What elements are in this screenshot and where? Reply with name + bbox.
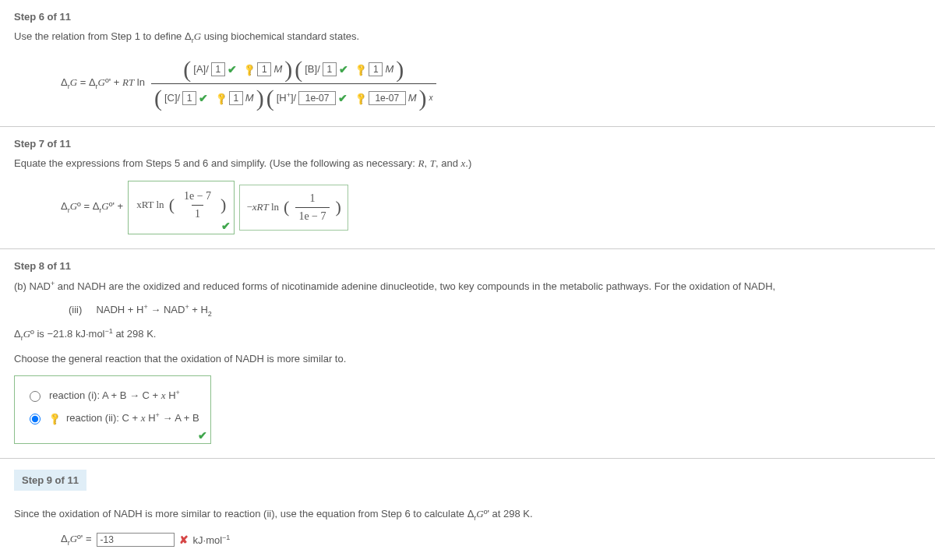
step6-fraction: ( [A]/ 1 ✔ 🔑 1 M ) ( [B]/ 1 ✔ 🔑 1 M ) xyxy=(151,55,436,112)
step-6: Step 6 of 11 Use the relation from Step … xyxy=(0,0,935,126)
label-C: [C]/ xyxy=(164,92,180,104)
radio-input-1[interactable] xyxy=(30,391,41,402)
step-9-equation: ΔrGº' = -13 ✘ kJ·mol−1 xyxy=(61,533,921,547)
step-6-instruction: Use the relation from Step 1 to define Δ… xyxy=(14,30,921,44)
radio-option-1[interactable]: reaction (i): A + B → C + x H+ xyxy=(26,384,199,407)
step-8-header: Step 8 of 11 xyxy=(14,260,921,272)
step7-lhs: ΔrGº = ΔrGº' + xyxy=(61,200,123,214)
check-icon: ✔ xyxy=(228,63,237,76)
ans2-den: 1e − 7 xyxy=(295,207,329,225)
radio-label-2: reaction (ii): C + x H+ → A + B xyxy=(66,411,199,424)
key-icon: 🔑 xyxy=(353,90,369,106)
cross-icon: ✘ xyxy=(179,534,189,546)
check-icon: ✔ xyxy=(199,92,208,104)
check-icon: ✔ xyxy=(198,429,207,442)
input-A-key[interactable]: 1 xyxy=(257,62,271,76)
step-6-header: Step 6 of 11 xyxy=(14,11,921,23)
label-B: [B]/ xyxy=(305,63,320,75)
step7-answer-1[interactable]: xRT ln ( 1e − 7 1 ) ✔ xyxy=(128,181,235,234)
step8-radio-group: reaction (i): A + B → C + x H+ 🔑 reactio… xyxy=(14,375,211,445)
input-C-val[interactable]: 1 xyxy=(182,91,196,105)
step-8: Step 8 of 11 (b) NAD+ and NADH are the o… xyxy=(0,249,935,459)
unit-A: M xyxy=(273,63,282,75)
check-icon: ✔ xyxy=(338,92,348,104)
key-icon: 🔑 xyxy=(213,90,229,106)
step-7-instruction: Equate the expressions from Steps 5 and … xyxy=(14,157,921,170)
step-8-choose: Choose the general reaction that the oxi… xyxy=(14,353,921,365)
check-icon: ✔ xyxy=(221,220,231,232)
unit-H: M xyxy=(408,92,417,104)
step-7-header: Step 7 of 11 xyxy=(14,138,921,150)
step9-unit: kJ·mol−1 xyxy=(193,534,231,546)
key-icon: 🔑 xyxy=(47,410,62,426)
radio-label-1: reaction (i): A + B → C + x H+ xyxy=(49,389,180,402)
radio-option-2[interactable]: 🔑 reaction (ii): C + x H+ → A + B xyxy=(26,407,199,429)
input-A-val[interactable]: 1 xyxy=(211,62,225,76)
step-9-instruction: Since the oxidation of NADH is more simi… xyxy=(14,508,921,522)
key-icon: 🔑 xyxy=(242,62,258,77)
step9-lhs: ΔrGº' = xyxy=(61,533,92,547)
step-8-intro: (b) NAD+ and NADH are the oxidized and r… xyxy=(14,280,921,292)
input-B-val[interactable]: 1 xyxy=(323,62,337,76)
ans1-num: 1e − 7 xyxy=(181,188,214,205)
unit-C: M xyxy=(245,92,254,104)
eq-label: (iii) xyxy=(69,304,82,315)
input-C-key[interactable]: 1 xyxy=(229,91,243,105)
ans2-pre: −xRT ln xyxy=(246,201,279,213)
ans1-pre: xRT ln xyxy=(136,199,164,211)
input-B-key[interactable]: 1 xyxy=(369,62,383,76)
label-H: [H+]/ xyxy=(277,91,297,104)
unit-B: M xyxy=(385,63,393,75)
ans1-den: 1 xyxy=(192,205,203,223)
step-7-equation: ΔrGº = ΔrGº' + xRT ln ( 1e − 7 1 ) ✔ −xR… xyxy=(61,181,921,234)
step6-lhs: ΔrG = ΔrGº' + RT ln xyxy=(61,76,145,90)
step7-answer-2[interactable]: −xRT ln ( 1 1e − 7 ) xyxy=(239,185,348,231)
ans2-num: 1 xyxy=(306,190,318,207)
step-8-dg: ΔrGº is −21.8 kJ·mol−1 at 298 K. xyxy=(14,327,921,342)
label-A: [A]/ xyxy=(193,63,209,75)
exponent-x: x xyxy=(429,93,433,102)
input-H-key[interactable]: 1e-07 xyxy=(369,91,406,105)
key-icon: 🔑 xyxy=(353,62,369,77)
step9-input[interactable]: -13 xyxy=(97,533,175,547)
check-icon: ✔ xyxy=(339,63,348,76)
step-7: Step 7 of 11 Equate the expressions from… xyxy=(0,127,935,248)
step-9-header: Step 9 of 11 xyxy=(14,470,86,491)
step-6-equation: ΔrG = ΔrGº' + RT ln ( [A]/ 1 ✔ 🔑 1 M ) (… xyxy=(61,55,921,112)
input-H-val[interactable]: 1e-07 xyxy=(298,91,336,105)
radio-input-2[interactable] xyxy=(30,414,41,424)
step-9: Step 9 of 11 Since the oxidation of NADH… xyxy=(0,459,935,560)
step-8-equation: (iii) NADH + H+ → NAD+ + H2 xyxy=(69,303,921,318)
